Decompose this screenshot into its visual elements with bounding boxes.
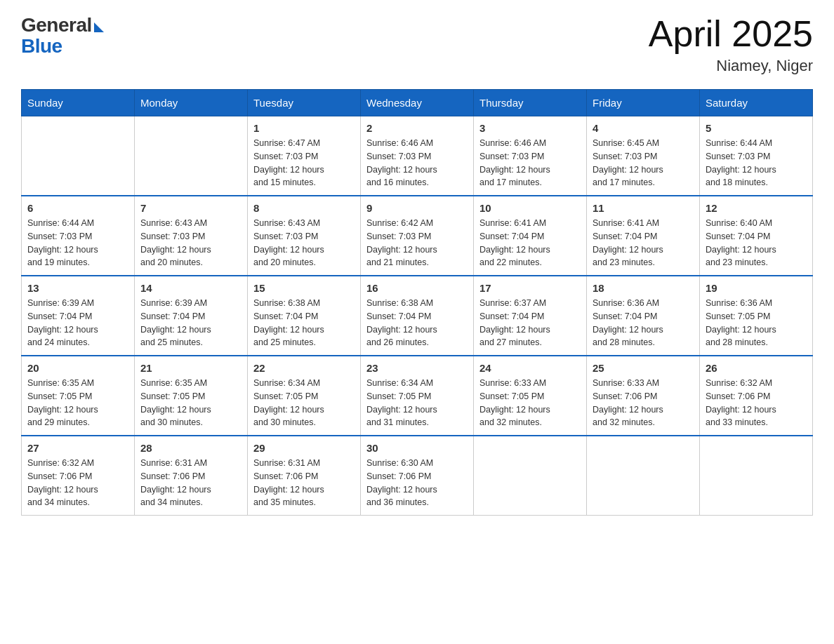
- weekday-header-tuesday: Tuesday: [248, 90, 361, 116]
- calendar-cell: 10Sunrise: 6:41 AM Sunset: 7:04 PM Dayli…: [474, 196, 587, 276]
- day-info: Sunrise: 6:38 AM Sunset: 7:04 PM Dayligh…: [253, 297, 355, 349]
- day-info: Sunrise: 6:46 AM Sunset: 7:03 PM Dayligh…: [366, 137, 468, 189]
- day-number: 19: [706, 282, 807, 294]
- calendar-cell: [135, 116, 248, 196]
- day-number: 29: [253, 442, 355, 454]
- day-info: Sunrise: 6:43 AM Sunset: 7:03 PM Dayligh…: [140, 217, 241, 269]
- day-info: Sunrise: 6:43 AM Sunset: 7:03 PM Dayligh…: [253, 217, 355, 269]
- day-number: 12: [706, 202, 807, 214]
- calendar-cell: 30Sunrise: 6:30 AM Sunset: 7:06 PM Dayli…: [361, 436, 474, 516]
- day-number: 1: [253, 122, 355, 134]
- weekday-row: SundayMondayTuesdayWednesdayThursdayFrid…: [22, 90, 813, 116]
- day-info: Sunrise: 6:35 AM Sunset: 7:05 PM Dayligh…: [140, 377, 241, 429]
- day-number: 27: [27, 442, 128, 454]
- day-info: Sunrise: 6:33 AM Sunset: 7:05 PM Dayligh…: [479, 377, 581, 429]
- week-row-4: 20Sunrise: 6:35 AM Sunset: 7:05 PM Dayli…: [22, 356, 813, 436]
- week-row-5: 27Sunrise: 6:32 AM Sunset: 7:06 PM Dayli…: [22, 436, 813, 516]
- calendar-cell: 16Sunrise: 6:38 AM Sunset: 7:04 PM Dayli…: [361, 276, 474, 356]
- day-number: 23: [366, 362, 468, 374]
- calendar-cell: [587, 436, 700, 516]
- day-info: Sunrise: 6:40 AM Sunset: 7:04 PM Dayligh…: [706, 217, 807, 269]
- calendar-cell: [700, 436, 813, 516]
- calendar-cell: [474, 436, 587, 516]
- day-number: 9: [366, 202, 468, 214]
- weekday-header-friday: Friday: [587, 90, 700, 116]
- calendar-cell: 18Sunrise: 6:36 AM Sunset: 7:04 PM Dayli…: [587, 276, 700, 356]
- day-info: Sunrise: 6:44 AM Sunset: 7:03 PM Dayligh…: [27, 217, 128, 269]
- day-info: Sunrise: 6:36 AM Sunset: 7:04 PM Dayligh…: [593, 297, 694, 349]
- day-number: 3: [479, 122, 581, 134]
- day-number: 10: [479, 202, 581, 214]
- day-number: 25: [593, 362, 694, 374]
- week-row-1: 1Sunrise: 6:47 AM Sunset: 7:03 PM Daylig…: [22, 116, 813, 196]
- weekday-header-sunday: Sunday: [22, 90, 135, 116]
- calendar-cell: 6Sunrise: 6:44 AM Sunset: 7:03 PM Daylig…: [22, 196, 135, 276]
- calendar-cell: 17Sunrise: 6:37 AM Sunset: 7:04 PM Dayli…: [474, 276, 587, 356]
- day-number: 16: [366, 282, 468, 294]
- page-header: General Blue April 2025 Niamey, Niger: [21, 14, 813, 75]
- weekday-header-thursday: Thursday: [474, 90, 587, 116]
- calendar-cell: [22, 116, 135, 196]
- day-info: Sunrise: 6:31 AM Sunset: 7:06 PM Dayligh…: [140, 457, 241, 509]
- day-number: 17: [479, 282, 581, 294]
- day-info: Sunrise: 6:35 AM Sunset: 7:05 PM Dayligh…: [27, 377, 128, 429]
- calendar-title: April 2025: [649, 14, 813, 54]
- calendar-cell: 3Sunrise: 6:46 AM Sunset: 7:03 PM Daylig…: [474, 116, 587, 196]
- calendar-cell: 28Sunrise: 6:31 AM Sunset: 7:06 PM Dayli…: [135, 436, 248, 516]
- day-info: Sunrise: 6:39 AM Sunset: 7:04 PM Dayligh…: [27, 297, 128, 349]
- day-number: 30: [366, 442, 468, 454]
- day-info: Sunrise: 6:47 AM Sunset: 7:03 PM Dayligh…: [253, 137, 355, 189]
- calendar-location: Niamey, Niger: [649, 57, 813, 75]
- day-info: Sunrise: 6:36 AM Sunset: 7:05 PM Dayligh…: [706, 297, 807, 349]
- calendar-cell: 26Sunrise: 6:32 AM Sunset: 7:06 PM Dayli…: [700, 356, 813, 436]
- calendar-cell: 15Sunrise: 6:38 AM Sunset: 7:04 PM Dayli…: [248, 276, 361, 356]
- calendar-cell: 25Sunrise: 6:33 AM Sunset: 7:06 PM Dayli…: [587, 356, 700, 436]
- day-number: 13: [27, 282, 128, 294]
- day-info: Sunrise: 6:34 AM Sunset: 7:05 PM Dayligh…: [253, 377, 355, 429]
- calendar-header: SundayMondayTuesdayWednesdayThursdayFrid…: [22, 90, 813, 116]
- day-info: Sunrise: 6:31 AM Sunset: 7:06 PM Dayligh…: [253, 457, 355, 509]
- week-row-2: 6Sunrise: 6:44 AM Sunset: 7:03 PM Daylig…: [22, 196, 813, 276]
- day-number: 2: [366, 122, 468, 134]
- calendar-cell: 8Sunrise: 6:43 AM Sunset: 7:03 PM Daylig…: [248, 196, 361, 276]
- calendar-cell: 22Sunrise: 6:34 AM Sunset: 7:05 PM Dayli…: [248, 356, 361, 436]
- logo-text-general: General: [21, 14, 92, 36]
- calendar-cell: 11Sunrise: 6:41 AM Sunset: 7:04 PM Dayli…: [587, 196, 700, 276]
- calendar-cell: 5Sunrise: 6:44 AM Sunset: 7:03 PM Daylig…: [700, 116, 813, 196]
- day-info: Sunrise: 6:46 AM Sunset: 7:03 PM Dayligh…: [479, 137, 581, 189]
- day-info: Sunrise: 6:45 AM Sunset: 7:03 PM Dayligh…: [593, 137, 694, 189]
- day-number: 8: [253, 202, 355, 214]
- calendar-cell: 20Sunrise: 6:35 AM Sunset: 7:05 PM Dayli…: [22, 356, 135, 436]
- day-number: 4: [593, 122, 694, 134]
- day-info: Sunrise: 6:32 AM Sunset: 7:06 PM Dayligh…: [27, 457, 128, 509]
- title-block: April 2025 Niamey, Niger: [649, 14, 813, 75]
- day-info: Sunrise: 6:37 AM Sunset: 7:04 PM Dayligh…: [479, 297, 581, 349]
- weekday-header-monday: Monday: [135, 90, 248, 116]
- day-info: Sunrise: 6:33 AM Sunset: 7:06 PM Dayligh…: [593, 377, 694, 429]
- day-number: 5: [706, 122, 807, 134]
- logo: General Blue: [21, 14, 104, 58]
- day-number: 15: [253, 282, 355, 294]
- calendar-cell: 4Sunrise: 6:45 AM Sunset: 7:03 PM Daylig…: [587, 116, 700, 196]
- day-info: Sunrise: 6:41 AM Sunset: 7:04 PM Dayligh…: [479, 217, 581, 269]
- day-info: Sunrise: 6:34 AM Sunset: 7:05 PM Dayligh…: [366, 377, 468, 429]
- calendar-cell: 7Sunrise: 6:43 AM Sunset: 7:03 PM Daylig…: [135, 196, 248, 276]
- calendar-cell: 23Sunrise: 6:34 AM Sunset: 7:05 PM Dayli…: [361, 356, 474, 436]
- day-info: Sunrise: 6:42 AM Sunset: 7:03 PM Dayligh…: [366, 217, 468, 269]
- day-number: 20: [27, 362, 128, 374]
- calendar-cell: 14Sunrise: 6:39 AM Sunset: 7:04 PM Dayli…: [135, 276, 248, 356]
- logo-arrow-icon: [94, 22, 104, 32]
- day-number: 26: [706, 362, 807, 374]
- day-info: Sunrise: 6:41 AM Sunset: 7:04 PM Dayligh…: [593, 217, 694, 269]
- day-number: 7: [140, 202, 241, 214]
- calendar-cell: 12Sunrise: 6:40 AM Sunset: 7:04 PM Dayli…: [700, 196, 813, 276]
- day-info: Sunrise: 6:39 AM Sunset: 7:04 PM Dayligh…: [140, 297, 241, 349]
- day-info: Sunrise: 6:44 AM Sunset: 7:03 PM Dayligh…: [706, 137, 807, 189]
- calendar-cell: 27Sunrise: 6:32 AM Sunset: 7:06 PM Dayli…: [22, 436, 135, 516]
- logo-text-blue: Blue: [21, 35, 62, 58]
- day-number: 21: [140, 362, 241, 374]
- weekday-header-wednesday: Wednesday: [361, 90, 474, 116]
- day-number: 24: [479, 362, 581, 374]
- calendar-cell: 9Sunrise: 6:42 AM Sunset: 7:03 PM Daylig…: [361, 196, 474, 276]
- day-number: 11: [593, 202, 694, 214]
